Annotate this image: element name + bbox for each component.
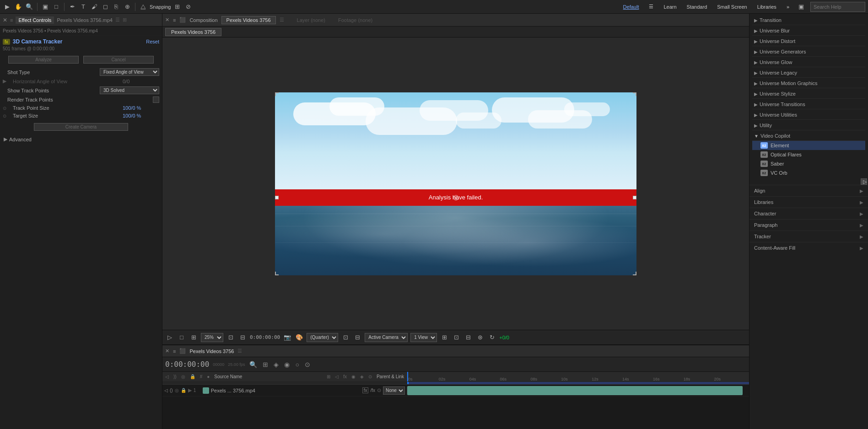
search-toggle-icon[interactable]: ▣ xyxy=(797,2,806,11)
universe-stylize-header[interactable]: ▶ Universe Stylize xyxy=(752,89,865,99)
close-left-panel-icon[interactable]: ✕ xyxy=(3,17,7,23)
tl-shape-icon[interactable]: ○ xyxy=(294,360,300,369)
fast-preview-icon[interactable]: ⊡ xyxy=(341,333,350,342)
quality-select[interactable]: (Quarter) xyxy=(307,333,338,342)
view-layout-select[interactable]: 1 View xyxy=(410,333,437,342)
toggle-mask-icon[interactable]: ⊟ xyxy=(464,333,473,342)
shot-type-select[interactable]: Fixed Angle of View xyxy=(100,68,159,76)
eraser-tool-icon[interactable]: ◻ xyxy=(101,2,110,11)
corner-handle-tl[interactable] xyxy=(275,92,279,96)
layer-av-icon[interactable]: ◁ xyxy=(164,388,168,393)
close-comp-icon[interactable]: ✕ xyxy=(165,17,169,23)
render-icon[interactable]: ⊟ xyxy=(353,333,362,342)
mask-icon[interactable]: ⊡ xyxy=(452,333,461,342)
select-tool-icon[interactable]: ▶ xyxy=(3,2,12,11)
layer-audio-icon[interactable]: () xyxy=(170,388,173,393)
pen-tool-icon[interactable]: ✒ xyxy=(68,2,77,11)
universe-glow-header[interactable]: ▶ Universe Glow xyxy=(752,58,865,67)
layer-lock-icon[interactable]: 🔒 xyxy=(181,388,186,393)
workspace-small[interactable]: Small Screen xyxy=(714,3,749,11)
workspace-more[interactable]: » xyxy=(784,3,792,11)
tl-hamburger-icon[interactable]: ≡ xyxy=(173,349,176,354)
tracker-section[interactable]: Tracker ▶ xyxy=(749,231,868,242)
show-track-points-select[interactable]: 3D Solved xyxy=(100,86,159,94)
target-size-value[interactable]: 100/0 % xyxy=(123,113,159,118)
universe-distort-header[interactable]: ▶ Universe Distort xyxy=(752,37,865,46)
panel-expand-icon[interactable]: ⊞ xyxy=(123,17,127,23)
tl-audio-icon[interactable]: 🔍 xyxy=(248,360,258,369)
universe-gen-header[interactable]: ▶ Universe Generators xyxy=(752,47,865,57)
snapshot-camera-icon[interactable]: 📷 xyxy=(283,333,292,342)
layer-expand-icon[interactable]: ▶ xyxy=(188,387,192,393)
track-point-size-value[interactable]: 100/0 % xyxy=(123,105,159,111)
corner-handle-br[interactable] xyxy=(633,272,636,275)
analyze-button[interactable]: Analyze xyxy=(8,56,79,64)
workspace-icon[interactable]: ☰ xyxy=(646,3,656,11)
shape-tool-icon[interactable]: □ xyxy=(52,2,61,11)
track-size-expand[interactable]: ⊙ xyxy=(3,106,8,111)
universe-legacy-header[interactable]: ▶ Universe Legacy xyxy=(752,68,865,78)
universe-blur-header[interactable]: ▶ Universe Blur xyxy=(752,26,865,36)
advanced-section[interactable]: ▶ Advanced xyxy=(3,134,159,144)
parent-select[interactable]: None xyxy=(383,386,405,395)
fit-icon[interactable]: ⊡ xyxy=(226,333,235,342)
scroll-right-icon[interactable]: ▷ xyxy=(861,178,867,185)
layer-solo-icon[interactable]: ◎ xyxy=(175,388,179,393)
camera-select[interactable]: Active Camera xyxy=(365,333,408,342)
panel-menu-icon[interactable]: ☰ xyxy=(115,17,120,23)
close-timeline-icon[interactable]: ✕ xyxy=(165,348,169,354)
target-size-expand[interactable]: ⊙ xyxy=(3,113,8,118)
preview-icon[interactable]: ▷ xyxy=(165,333,174,342)
effect-item-element[interactable]: 82 Element xyxy=(752,141,865,150)
align-section[interactable]: Align ▶ xyxy=(749,185,868,196)
hamburger-icon[interactable]: ≡ xyxy=(10,17,13,23)
render-track-checkbox[interactable] xyxy=(153,97,159,103)
comp-hamburger-icon[interactable]: ≡ xyxy=(173,17,176,23)
comp-tab[interactable]: Pexels Videos 3756 xyxy=(221,16,276,24)
view-options-icon[interactable]: ⊘ xyxy=(184,2,193,11)
tl-new-comp-icon[interactable]: ⊞ xyxy=(262,360,269,369)
workspace-default[interactable]: Default xyxy=(620,3,642,11)
create-camera-button[interactable]: Create Camera xyxy=(34,123,128,131)
horiz-expand-icon[interactable]: ▶ xyxy=(3,78,8,84)
snapshot-icon[interactable]: □ xyxy=(177,333,186,342)
universe-mg-header[interactable]: ▶ Universe Motion Graphics xyxy=(752,79,865,88)
zoom-tool-icon[interactable]: 🔍 xyxy=(25,2,34,11)
search-help-input[interactable] xyxy=(810,2,865,12)
paragraph-section[interactable]: Paragraph ▶ xyxy=(749,219,868,231)
grid-icon[interactable]: ⊞ xyxy=(173,2,182,11)
utility-header[interactable]: ▶ Utility xyxy=(752,121,865,130)
corner-handle-tr[interactable] xyxy=(633,92,636,96)
pexels-tab[interactable]: Pexels Videos 3756 xyxy=(165,28,221,36)
tl-null-icon[interactable]: ◉ xyxy=(283,360,291,369)
color-icon[interactable]: 🎨 xyxy=(295,333,304,342)
error-bar-handle-right[interactable] xyxy=(633,196,636,199)
comp-menu-icon[interactable]: ☰ xyxy=(280,17,284,23)
refresh-icon[interactable]: ↻ xyxy=(487,333,496,342)
universe-util-header[interactable]: ▶ Universe Utilities xyxy=(752,110,865,120)
zoom-select[interactable]: 25% xyxy=(201,333,223,342)
tl-solo-icon[interactable]: ◈ xyxy=(273,360,280,369)
snapping-icon[interactable]: ⧋ xyxy=(139,2,148,11)
workspace-standard[interactable]: Standard xyxy=(684,3,710,11)
region-icon[interactable]: ⊟ xyxy=(238,333,247,342)
character-section[interactable]: Character ▶ xyxy=(749,208,868,219)
grid-view-icon[interactable]: ⊞ xyxy=(189,333,198,342)
error-bar-handle-left[interactable] xyxy=(275,196,279,199)
alpha-icon[interactable]: ⊛ xyxy=(475,333,485,342)
timecode-main[interactable]: 0:00:00:00 xyxy=(165,360,209,369)
reset-button[interactable]: Reset xyxy=(146,39,159,44)
effect-item-vc-orb[interactable]: 82 VC Orb xyxy=(752,168,865,177)
layer-track-area[interactable] xyxy=(407,385,743,396)
video-copilot-header[interactable]: ▼ Video Copilot xyxy=(752,131,865,141)
effect-item-optical-flares[interactable]: 82 Optical Flares xyxy=(752,150,865,159)
puppet-tool-icon[interactable]: ⊕ xyxy=(123,2,132,11)
effect-controls-tab[interactable]: Effect Controls xyxy=(16,16,54,24)
workspace-libraries[interactable]: Libraries xyxy=(755,3,779,11)
comp-viewport[interactable]: Analysis have failed. ⊕ xyxy=(162,38,749,330)
hand-tool-icon[interactable]: ✋ xyxy=(14,2,23,11)
region-tool-icon[interactable]: ▣ xyxy=(41,2,50,11)
tl-camera-icon[interactable]: ⊙ xyxy=(304,360,311,369)
corner-handle-bl[interactable] xyxy=(275,272,279,275)
universe-trans-header[interactable]: ▶ Universe Transitions xyxy=(752,100,865,109)
